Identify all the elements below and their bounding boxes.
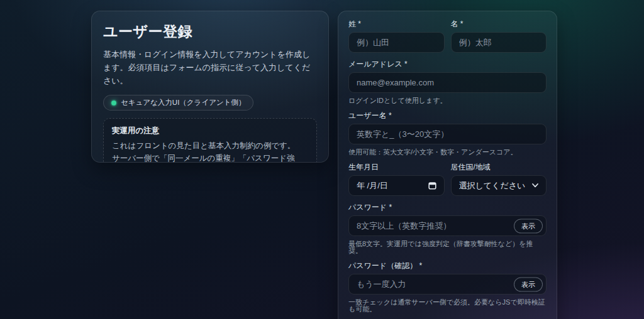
country-selected-value: 選択してください [459,180,526,192]
username-label: ユーザー名 * [348,112,547,119]
country-select[interactable]: 選択してください [451,175,547,196]
password-label: パスワード * [348,203,547,211]
password-confirm-label: パスワード（確認） * [348,262,547,269]
username-field: ユーザー名 * 使用可能：英大文字/小文字・数字・アンダースコア。 [348,112,547,156]
page-title: ユーザー登録 [103,23,317,40]
email-help: ログインIDとして使用します。 [348,97,547,104]
password-help: 最低8文字。実運用では強度判定（辞書攻撃耐性など）を推奨。 [348,241,547,254]
birthdate-field: 生年月日 年 /月/日 [348,163,445,196]
password-confirm-field: パスワード（確認） * 表示 一致チェックは通常サーバー側で必須。必要ならJSで… [348,262,547,313]
birthdate-input[interactable]: 年 /月/日 [348,175,445,196]
registration-form-card: 姓 * 名 * メールアドレス * ログインIDとして使用します。 ユーザー名 … [338,11,557,319]
chevron-down-icon [532,183,538,188]
email-field: メールアドレス * ログインIDとして使用します。 [348,60,547,104]
production-note-box: 実運用の注意 これはフロントの見た目と基本入力制約の例です。 サーバー側で「同一… [103,118,317,163]
calendar-icon [428,181,436,190]
note-title: 実運用の注意 [112,126,308,136]
password-confirm-help: 一致チェックは通常サーバー側で必須。必要ならJSで即時検証も可能。 [348,299,547,313]
last-name-label: 姓 * [348,20,445,28]
country-field: 居住国/地域 選択してください [451,163,547,196]
password-confirm-visibility-toggle[interactable]: 表示 [514,277,543,291]
first-name-input[interactable] [451,32,547,53]
status-dot-icon [111,100,116,105]
username-input[interactable] [348,124,547,144]
password-visibility-toggle[interactable]: 表示 [514,219,543,233]
first-name-field: 名 * [451,20,547,53]
password-field: パスワード * 表示 最低8文字。実運用では強度判定（辞書攻撃耐性など）を推奨。 [348,203,547,254]
username-help: 使用可能：英大文字/小文字・数字・アンダースコア。 [348,149,547,156]
birthdate-value: 年 /月/日 [357,180,388,192]
intro-card: ユーザー登録 基本情報・ログイン情報を入力してアカウントを作成します。必須項目は… [91,11,329,163]
last-name-field: 姓 * [348,20,445,53]
secure-input-badge: セキュアな入力UI（クライアント側） [103,95,253,111]
intro-description: 基本情報・ログイン情報を入力してアカウントを作成します。必須項目はフォームの指示… [103,48,317,87]
email-label: メールアドレス * [348,60,547,68]
last-name-input[interactable] [348,32,445,53]
note-line: サーバー側で「同一メールの重複」「パスワード強度」「CSRF対策」「レート制限」… [112,153,308,163]
birthdate-label: 生年月日 [348,163,445,171]
email-input[interactable] [348,72,547,93]
first-name-label: 名 * [451,20,547,28]
country-label: 居住国/地域 [451,163,547,171]
note-line: これはフロントの見た目と基本入力制約の例です。 [112,140,308,153]
secure-input-badge-label: セキュアな入力UI（クライアント側） [121,98,245,107]
